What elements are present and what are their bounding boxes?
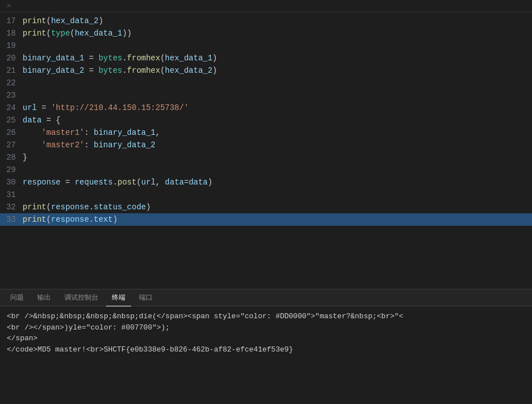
token-param: data [165,178,184,187]
line-content: 'master1': binary_data_1, [23,126,532,139]
token-punct: } [23,153,27,162]
token-var: binary_data_2 [94,140,155,150]
token-fn: print [23,215,46,224]
line-content: 'master2': binary_data_2 [23,139,532,151]
token-op: = [184,178,189,187]
token-punct: ) [208,178,212,187]
token-fn: print [23,16,46,25]
bottom-panel: 问题输出调试控制台终端端口 <br />&nbsp;&nbsp;&nbsp;&n… [0,289,532,404]
token-var: status_code [94,203,146,212]
token-ident: type [51,29,70,38]
line-content: print(response.status_code) [23,201,532,213]
token-op: : [84,128,94,137]
token-fn: print [23,29,46,38]
token-var: hex_data_2 [51,16,98,25]
line-content [23,164,532,176]
token-op: = [42,116,56,125]
token-var: binary_data_1 [94,128,155,137]
code-line-28: 28} [0,151,532,164]
panel-tab-终端[interactable]: 终端 [106,289,131,306]
token-str: 'master1' [23,128,84,137]
code-line-26: 26 'master1': binary_data_1, [0,126,532,139]
token-punct: ( [137,178,141,187]
line-number: 30 [0,176,23,188]
line-number: 18 [0,27,23,39]
code-line-32: 32print(response.status_code) [0,201,532,213]
line-content [23,39,532,52]
code-line-29: 29 [0,164,532,176]
token-punct: , [155,128,160,137]
token-punct: ) [113,215,117,224]
token-punct: ( [160,66,165,75]
tab-bar: > [0,0,532,12]
line-content: print(type(hex_data_1)) [23,27,532,39]
token-op: = [37,103,51,112]
token-op: = [84,66,98,75]
code-line-30: 30response = requests.post(url, data=dat… [0,176,532,188]
token-var: binary_data_1 [23,54,84,63]
terminal-output-line-3: </code>MD5 master!<br>SHCTF{e0b338e9-b82… [7,344,525,355]
line-number: 27 [0,139,23,151]
token-punct: . [113,178,117,187]
line-content: } [23,151,532,164]
code-editor: 17print(hex_data_2)18print(type(hex_data… [0,12,532,289]
line-number: 22 [0,77,23,89]
token-op: = [60,178,75,187]
token-var: url [141,178,155,187]
token-punct: . [89,215,94,224]
token-str: 'http://210.44.150.15:25738/' [51,103,189,112]
line-number: 20 [0,52,23,64]
code-line-27: 27 'master2': binary_data_2 [0,139,532,151]
token-punct: ) [146,203,150,212]
panel-tab-调试控制台[interactable]: 调试控制台 [59,289,104,306]
token-var: requests [75,178,112,187]
line-number: 28 [0,151,23,164]
line-content [23,188,532,201]
token-punct: , [155,178,165,187]
code-line-24: 24url = 'http://210.44.150.15:25738/' [0,102,532,114]
token-var: data [189,178,208,187]
code-line-19: 19 [0,39,532,52]
line-number: 32 [0,201,23,213]
line-content: print(response.text) [23,213,532,226]
token-op: : [84,140,94,150]
code-line-31: 31 [0,188,532,201]
code-line-18: 18print(type(hex_data_1)) [0,27,532,39]
token-ident: bytes [98,54,122,63]
token-fn: fromhex [127,66,160,75]
line-number: 19 [0,39,23,52]
panel-tab-端口[interactable]: 端口 [133,289,158,306]
token-punct: ) [212,54,217,63]
panel-tab-输出[interactable]: 输出 [32,289,56,306]
line-number: 21 [0,64,23,77]
terminal-output-line-2: </span> [7,333,525,344]
line-content [23,77,532,89]
line-number: 17 [0,15,23,27]
panel-tab-问题[interactable]: 问题 [5,289,29,306]
line-number: 25 [0,114,23,126]
breadcrumb-sep: > [7,2,11,10]
token-fn: post [117,178,137,187]
token-var: response [23,178,60,187]
token-punct: ) [212,66,217,75]
panel-content: <br />&nbsp;&nbsp;&nbsp;&nbsp;die(</span… [0,306,532,404]
panel-tabs: 问题输出调试控制台终端端口 [0,289,532,306]
token-fn: fromhex [127,54,160,63]
code-line-25: 25data = { [0,114,532,126]
line-number: 31 [0,188,23,201]
line-number: 29 [0,164,23,176]
terminal-output-line-1: <br />&nbsp;&nbsp;&nbsp;&nbsp;die(</span… [7,311,525,333]
line-number: 24 [0,102,23,114]
token-punct: )) [122,29,132,38]
line-content: binary_data_2 = bytes.fromhex(hex_data_2… [23,64,532,77]
token-var: hex_data_1 [165,54,212,63]
token-punct: . [89,203,94,212]
line-content: response = requests.post(url, data=data) [23,176,532,188]
token-fn: print [23,203,46,212]
token-var: text [94,215,113,224]
token-punct: . [122,54,127,63]
token-var: response [51,203,89,212]
code-line-20: 20binary_data_1 = bytes.fromhex(hex_data… [0,52,532,64]
token-ident: bytes [98,66,122,75]
line-content: binary_data_1 = bytes.fromhex(hex_data_1… [23,52,532,64]
